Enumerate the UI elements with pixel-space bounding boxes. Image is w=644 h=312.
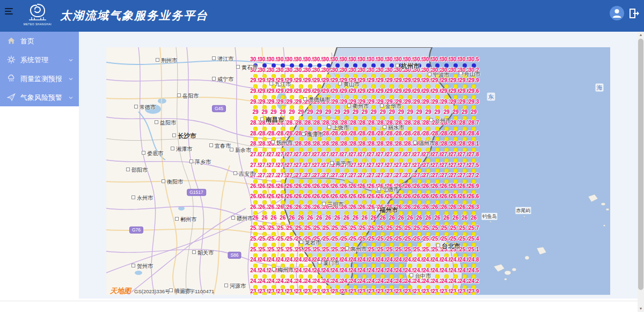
logout-button[interactable] <box>629 9 640 18</box>
temperature-value: 25.1 <box>469 246 479 252</box>
city-label: 岳阳市 <box>177 92 199 100</box>
temperature-value: 29 <box>307 109 313 115</box>
station-dot <box>353 292 357 295</box>
chevron-down-icon <box>68 57 74 63</box>
city-marker <box>318 260 321 264</box>
sidebar-item-label: 气象风险预警 <box>20 88 62 107</box>
city-label: 泉州市 <box>345 245 367 253</box>
temperature-value: 26.9 <box>469 183 479 188</box>
city-marker <box>155 120 158 124</box>
station-dot <box>335 292 340 295</box>
temperature-value: 29 <box>289 109 295 115</box>
temperature-value: 29 <box>298 109 304 115</box>
station-dot <box>272 292 276 295</box>
city-label: 黄石市 <box>236 64 258 71</box>
temperature-value: 29 <box>371 109 377 115</box>
city-marker <box>142 151 145 155</box>
city-marker <box>299 240 303 244</box>
city-label: 南平市 <box>330 160 352 168</box>
sea-label: 东 <box>487 93 495 101</box>
city-label: 台中市 <box>409 272 431 280</box>
attribution-text: GS(2023)336号 - 甲测资字1100471 <box>134 288 214 294</box>
city-marker <box>428 72 431 76</box>
temperature-value: 26 <box>398 214 404 220</box>
city-label: 宜春市 <box>209 142 231 150</box>
scrollbar-thumb[interactable] <box>638 39 643 290</box>
city-label: 金华市 <box>380 103 401 110</box>
city-label: 台北市 <box>436 242 460 250</box>
temperature-value: 26 <box>416 214 422 220</box>
city-label: 赣州市 <box>231 215 253 222</box>
logout-icon <box>629 9 640 18</box>
footer-divider <box>0 301 644 301</box>
city-marker <box>175 217 179 221</box>
city-label: 贺州市 <box>131 263 153 270</box>
temperature-value: 29 <box>252 109 258 115</box>
sidebar-item-weather-risk-warning[interactable]: 气象风险预警 <box>0 88 79 107</box>
user-avatar-button[interactable] <box>610 6 624 20</box>
cyclone-logo-icon <box>27 2 48 21</box>
weather-map[interactable]: 30.530.530.530.530.530.530.530.530.530.5… <box>106 47 610 295</box>
sea-label: 海 <box>596 84 604 92</box>
city-label: 衡阳市 <box>162 178 183 186</box>
sidebar-item-label: 系统管理 <box>20 50 48 69</box>
temperature-value: 26 <box>298 214 304 220</box>
temperature-value: 29 <box>462 109 467 115</box>
city-marker <box>396 64 399 68</box>
vertical-scrollbar[interactable]: ▲ ▼ <box>638 32 644 312</box>
city-marker <box>271 140 275 144</box>
city-marker <box>156 58 159 62</box>
scroll-up-arrow[interactable]: ▲ <box>638 32 644 38</box>
menu-toggle-icon[interactable] <box>5 6 14 15</box>
station-dot <box>345 292 349 295</box>
city-label: 河源市 <box>224 282 246 290</box>
city-marker <box>383 125 386 129</box>
city-marker <box>134 105 138 108</box>
city-marker <box>272 267 276 271</box>
temperature-value: 26 <box>334 214 340 220</box>
city-marker <box>189 159 193 163</box>
city-marker <box>330 161 334 165</box>
sidebar-item-home[interactable]: 首页 <box>0 32 79 50</box>
paper-plane-icon <box>7 93 16 101</box>
city-marker <box>212 56 216 60</box>
station-dot <box>362 292 367 295</box>
city-marker <box>171 147 174 150</box>
city-marker <box>162 179 165 183</box>
city-label: 黄山市 <box>338 81 360 88</box>
city-marker <box>230 148 233 151</box>
city-marker <box>172 134 176 137</box>
city-marker <box>302 132 305 136</box>
city-label: 娄底市 <box>142 150 163 157</box>
city-label: 荆州市 <box>156 57 177 64</box>
city-label: 咸宁市 <box>212 76 233 83</box>
city-label: 景德镇市 <box>303 96 330 104</box>
temperature-value: 26 <box>471 214 477 220</box>
city-label: 鹰潭市 <box>302 131 323 139</box>
temperature-value: 29.3 <box>469 98 479 104</box>
temperature-value: 27.5 <box>469 162 479 168</box>
sidebar-item-rainfall-monitoring[interactable]: 雨量监测预报 <box>0 69 79 88</box>
temperature-value: 26 <box>343 214 349 220</box>
temperature-value: 26 <box>252 214 258 220</box>
temperature-value: 28.1 <box>469 141 479 147</box>
city-marker <box>322 202 326 206</box>
city-label: 益阳市 <box>155 119 176 127</box>
city-label: 三明市 <box>322 201 343 208</box>
station-dot <box>317 292 321 295</box>
city-marker <box>347 104 351 107</box>
temperature-value: 24.2 <box>469 278 479 284</box>
city-marker <box>177 93 181 97</box>
temperature-value: 29 <box>416 109 422 115</box>
temperature-value: 26 <box>407 214 413 220</box>
scroll-down-arrow[interactable]: ▼ <box>638 306 644 312</box>
station-dot <box>435 292 440 295</box>
meteo-shanghai-logo: METEO SHANGHAI <box>20 2 55 30</box>
sidebar-item-system-management[interactable]: 系统管理 <box>0 50 79 69</box>
temperature-value: 27.2 <box>469 172 479 178</box>
station-dot <box>426 292 430 295</box>
sidebar-nav: 首页 系统管理 雨量监测预报 <box>0 32 79 106</box>
city-label: 湘潭市 <box>171 146 192 153</box>
temperature-value: 26.3 <box>469 204 479 210</box>
city-marker <box>131 195 135 199</box>
